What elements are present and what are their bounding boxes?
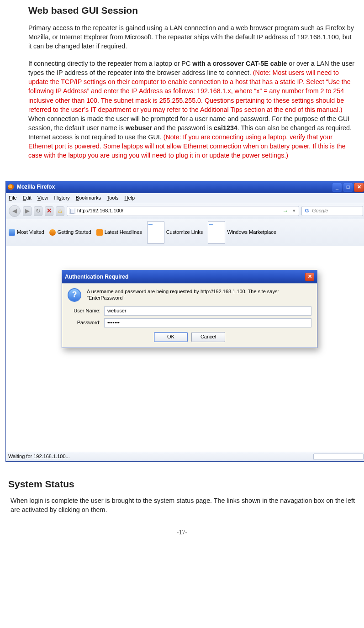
- progress-indicator: [313, 454, 364, 460]
- window-title: Mozilla Firefox: [17, 183, 55, 191]
- back-button[interactable]: ◀: [9, 205, 21, 217]
- rss-feed-icon: [96, 229, 103, 236]
- firefox-window: Mozilla Firefox _ □ ✕ File Edit View His…: [5, 181, 364, 462]
- window-titlebar[interactable]: Mozilla Firefox _ □ ✕: [6, 181, 364, 193]
- section-heading-system-status: System Status: [8, 477, 356, 491]
- text-segment: If connecting directly to the repeater f…: [28, 60, 192, 67]
- cancel-button[interactable]: Cancel: [191, 332, 225, 342]
- google-search-icon: G: [304, 208, 310, 214]
- browser-status-bar: Waiting for 192.168.1.100...: [6, 452, 364, 461]
- text-bold-webuser: webuser: [126, 124, 152, 132]
- text-bold-csi1234: csi1234: [214, 124, 237, 132]
- intro-paragraph: Primary access to the repeater is gained…: [28, 23, 355, 51]
- connection-paragraph: If connecting directly to the repeater f…: [28, 59, 355, 159]
- menu-tools[interactable]: Tools: [107, 195, 119, 201]
- page-number: -17-: [8, 528, 356, 537]
- bookmark-customize-links[interactable]: Customize Links: [147, 221, 203, 244]
- url-dropdown-icon[interactable]: ▾: [291, 207, 297, 214]
- system-status-paragraph: When login is complete the user is broug…: [11, 496, 355, 514]
- bookmark-most-visited[interactable]: Most Visited: [9, 229, 44, 236]
- auth-dialog: Authentication Required ✕ ? A username a…: [62, 270, 317, 348]
- go-arrow-icon[interactable]: →: [281, 207, 290, 215]
- menu-edit[interactable]: Edit: [23, 195, 32, 201]
- section-heading-web-gui: Web based GUI Session: [28, 4, 356, 17]
- bookmarks-toolbar: Most Visited Getting Started Latest Head…: [6, 219, 364, 246]
- page-icon: [147, 221, 164, 244]
- menu-history[interactable]: History: [54, 195, 70, 201]
- url-text: http://192.168.1.100/: [77, 207, 279, 214]
- bookmark-windows-marketplace[interactable]: Windows Marketplace: [208, 221, 276, 244]
- reload-button[interactable]: ↻: [34, 206, 42, 216]
- folder-icon: [9, 229, 15, 236]
- home-button[interactable]: ⌂: [56, 206, 64, 216]
- bookmark-getting-started[interactable]: Getting Started: [49, 229, 91, 236]
- status-text: Waiting for 192.168.1.100...: [8, 453, 70, 460]
- username-label: User Name:: [68, 307, 104, 314]
- navigation-toolbar: ◀ ▶ ↻ ✕ ⌂ http://192.168.1.100/ → ▾ G Go…: [6, 203, 364, 219]
- menu-bar: File Edit View History Bookmarks Tools H…: [6, 193, 364, 203]
- question-mark-icon: ?: [68, 288, 81, 302]
- bookmark-latest-headlines[interactable]: Latest Headlines: [96, 229, 142, 236]
- password-label: Password:: [68, 319, 104, 326]
- menu-view[interactable]: View: [37, 195, 48, 201]
- bookmark-label: Windows Marketplace: [227, 229, 276, 236]
- bookmark-label: Latest Headlines: [105, 229, 142, 236]
- menu-bookmarks[interactable]: Bookmarks: [76, 195, 101, 201]
- firefox-icon: [8, 184, 14, 190]
- forward-button[interactable]: ▶: [23, 206, 32, 216]
- text-bold-crossover: with a crossover CAT-5E cable: [192, 60, 287, 67]
- dialog-close-button[interactable]: ✕: [305, 273, 314, 281]
- window-maximize-button[interactable]: □: [343, 183, 353, 192]
- password-input[interactable]: •••••••: [104, 318, 311, 327]
- firefox-small-icon: [49, 229, 56, 236]
- bookmark-label: Most Visited: [17, 229, 44, 236]
- menu-file[interactable]: File: [9, 195, 17, 201]
- dialog-body: ? A username and password are being requ…: [62, 283, 317, 348]
- window-close-button[interactable]: ✕: [354, 183, 364, 192]
- page-identity-icon: [69, 208, 75, 214]
- dialog-title-text: Authentication Required: [65, 273, 128, 281]
- bookmark-label: Getting Started: [58, 229, 91, 236]
- window-minimize-button[interactable]: _: [332, 183, 342, 192]
- bookmark-label: Customize Links: [166, 229, 203, 236]
- menu-help[interactable]: Help: [125, 195, 135, 201]
- address-bar[interactable]: http://192.168.1.100/ → ▾: [67, 206, 299, 216]
- page-icon: [208, 221, 225, 244]
- browser-viewport: Authentication Required ✕ ? A username a…: [6, 246, 364, 452]
- dialog-message: A username and password are being reques…: [87, 288, 311, 302]
- search-box[interactable]: G Google: [301, 206, 363, 216]
- ok-button[interactable]: OK: [154, 332, 188, 342]
- search-placeholder: Google: [312, 207, 328, 214]
- username-input[interactable]: webuser: [104, 306, 311, 316]
- dialog-titlebar[interactable]: Authentication Required ✕: [62, 270, 317, 283]
- stop-button[interactable]: ✕: [45, 206, 53, 216]
- text-segment: and the password is: [152, 124, 214, 132]
